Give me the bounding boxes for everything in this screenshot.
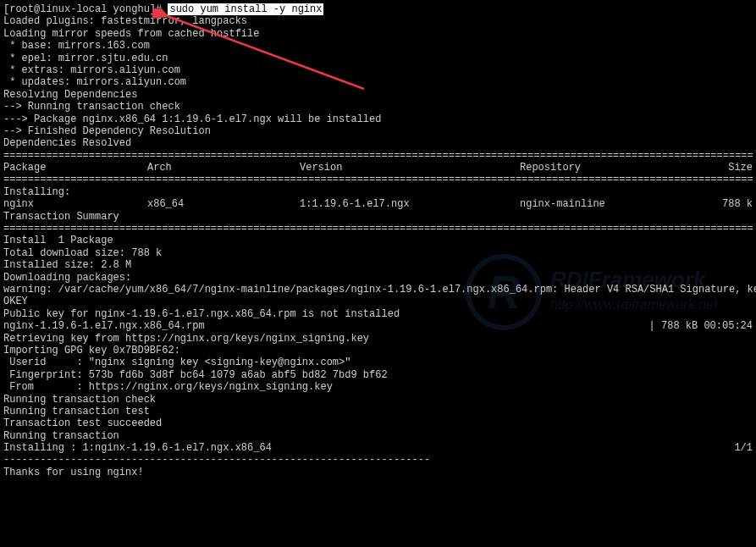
install-progress: 1/1 [734,442,753,454]
output-line: Loading mirror speeds from cached hostfi… [3,28,753,40]
userid-line: Userid : "nginx signing key <signing-key… [3,356,753,368]
rpm-name: nginx-1.19.6-1.el7.ngx.x86_64.rpm [3,320,205,332]
output-line: ---> Package nginx.x86_64 1:1.19.6-1.el7… [3,113,753,125]
command-input: sudo yum install -y nginx [168,3,323,15]
dashes-line: ----------------------------------------… [3,454,753,466]
pubkey-line: Public key for nginx-1.19.6-1.el7.ngx.x8… [3,308,753,320]
output-line: --> Running transaction check [3,101,753,113]
output-line: Loaded plugins: fastestmirror, langpacks [3,15,753,27]
retrieving-line: Retrieving key from https://nginx.org/ke… [3,333,753,345]
cell-version: 1:1.19.6-1.el7.ngx [300,198,520,210]
output-line: * base: mirrors.163.com [3,40,753,52]
running-line: Running transaction [3,430,753,442]
run-test-line: Running transaction test [3,406,753,417]
separator-line: ========================================… [3,223,753,235]
output-line: --> Finished Dependency Resolution [3,125,753,137]
output-line: * updates: mirrors.aliyun.com [3,76,753,88]
separator-line: ========================================… [3,174,753,185]
header-version: Version [300,162,520,174]
header-package: Package [3,162,147,174]
download-size: Total download size: 788 k [3,247,753,259]
installed-size: Installed size: 2.8 M [3,259,753,271]
rpm-progress: | 788 kB 00:05:24 [649,320,753,332]
cell-arch: x86_64 [147,198,300,210]
separator-line: ========================================… [3,150,753,162]
importing-line: Importing GPG key 0x7BD9BF62: [3,345,753,356]
table-header-row: Package Arch Version Repository Size [3,162,753,174]
output-line: * epel: mirror.sjtu.edu.cn [3,52,753,64]
run-check-line: Running transaction check [3,394,753,406]
output-line: * extras: mirrors.aliyun.com [3,64,753,76]
warning-line: warning: /var/cache/yum/x86_64/7/nginx-m… [3,284,753,296]
header-repository: Repository [520,162,689,174]
installing-label: Installing: [3,186,753,198]
fingerprint-line: Fingerprint: 573b fd6b 3d8f bc64 1079 a6… [3,369,753,381]
prompt-prefix: [root@linux-local yonghu]# [3,3,168,15]
test-succeeded-line: Transaction test succeeded [3,417,753,429]
install-progress-line: Installing : 1:nginx-1.19.6-1.el7.ngx.x8… [3,442,753,454]
transaction-summary-label: Transaction Summary [3,211,753,223]
output-line: Dependencies Resolved [3,137,753,149]
cell-size: 788 k [689,198,753,210]
thanks-line: Thanks for using nginx! [3,467,753,478]
install-count: Install 1 Package [3,235,753,246]
terminal-prompt-line[interactable]: [root@linux-local yonghu]# sudo yum inst… [3,3,753,15]
from-line: From : https://nginx.org/keys/nginx_sign… [3,381,753,393]
header-size: Size [689,162,753,174]
cell-package: nginx [3,198,147,210]
output-line: Resolving Dependencies [3,89,753,101]
table-row: nginx x86_64 1:1.19.6-1.el7.ngx nginx-ma… [3,198,753,210]
header-arch: Arch [147,162,300,174]
install-item: Installing : 1:nginx-1.19.6-1.el7.ngx.x8… [3,442,272,454]
rpm-progress-line: nginx-1.19.6-1.el7.ngx.x86_64.rpm | 788 … [3,320,753,332]
downloading-label: Downloading packages: [3,272,753,284]
cell-repository: nginx-mainline [520,198,689,210]
okey-line: OKEY [3,296,753,307]
